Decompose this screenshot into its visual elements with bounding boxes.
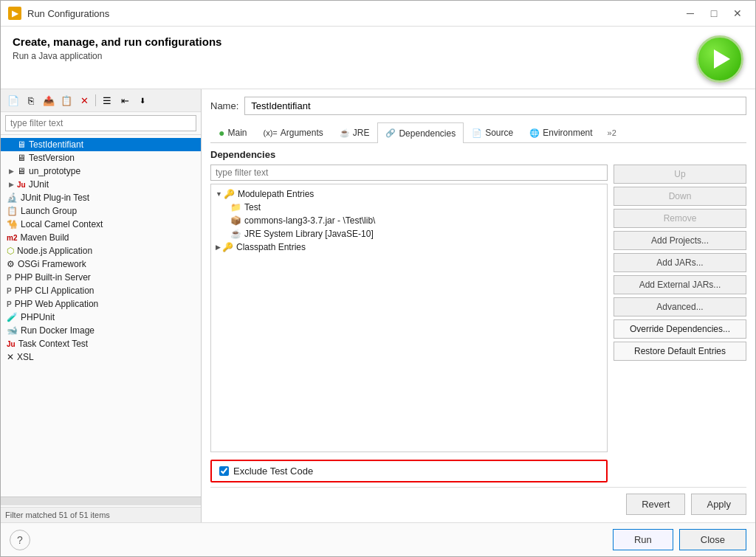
tree-item-icon: P <box>7 300 12 308</box>
tree-item-php-server[interactable]: P PHP Built-in Server <box>1 271 201 284</box>
modulepath-icon: 🔑 <box>224 189 235 199</box>
tab-more-button[interactable]: »2 <box>601 122 623 142</box>
name-label: Name: <box>210 100 238 111</box>
tree-item-launch-group[interactable]: 📋 Launch Group <box>1 204 201 218</box>
tree-item-icon: m2 <box>7 234 17 242</box>
push-button[interactable]: 📤 <box>41 92 57 108</box>
apply-button[interactable]: Apply <box>691 494 746 515</box>
tree-item-icon: 🐋 <box>7 325 18 336</box>
tree-item-junit[interactable]: ▶ Ju JUnit <box>1 178 201 191</box>
duplicate-button[interactable]: ⎘ <box>23 92 39 108</box>
tree-item-xsl[interactable]: ✕ XSL <box>1 350 201 364</box>
tree-item-testversion[interactable]: 🖥 TestVersion <box>1 151 201 165</box>
exclude-test-code-row: Exclude Test Code <box>210 460 608 482</box>
left-toolbar: 📄 ⎘ 📤 📋 ✕ ☰ ⇤ ⬇ <box>1 89 201 112</box>
tab-more-label: »2 <box>608 128 616 137</box>
collapse-button[interactable]: ⇤ <box>117 92 133 108</box>
name-input[interactable] <box>244 97 746 115</box>
expand-icon: ▶ <box>7 167 16 176</box>
jre-sys-label: JRE System Library [JavaSE-10] <box>244 229 374 239</box>
tree-item-label: TestVersion <box>29 153 75 163</box>
tree-item-junit-plugin[interactable]: 🔬 JUnit Plug-in Test <box>1 191 201 204</box>
tab-source[interactable]: 📄 Source <box>464 122 521 142</box>
exclude-test-code-label: Exclude Test Code <box>233 466 313 477</box>
minimize-button[interactable]: ─ <box>680 5 701 21</box>
tree-item-icon: Ju <box>7 340 16 348</box>
filter-input-wrap <box>1 112 201 135</box>
tree-item-un-prototype[interactable]: ▶ 🖥 un_prototype <box>1 165 201 178</box>
jre-tab-icon: ☕ <box>340 128 350 138</box>
deps-tree-classpath[interactable]: ▶ 🔑 Classpath Entries <box>214 241 604 254</box>
dependencies-header: Dependencies <box>210 149 746 160</box>
tree-item-docker[interactable]: 🐋 Run Docker Image <box>1 324 201 337</box>
tree-item-icon: 🔬 <box>7 193 18 203</box>
tab-jre-label: JRE <box>353 128 370 138</box>
deps-tree-test[interactable]: 📁 Test <box>214 201 604 214</box>
filter-button[interactable]: ☰ <box>99 92 115 108</box>
filter-input[interactable] <box>5 115 196 131</box>
tree-item-osgi[interactable]: ⚙ OSGi Framework <box>1 257 201 271</box>
left-panel: 📄 ⎘ 📤 📋 ✕ ☰ ⇤ ⬇ 🖥 TestIdentifiant <box>1 89 202 522</box>
add-jars-button[interactable]: Add JARs... <box>614 253 746 272</box>
up-button[interactable]: Up <box>614 165 746 184</box>
title-bar-left: ▶ Run Configurations <box>8 7 109 20</box>
override-deps-button[interactable]: Override Dependencies... <box>614 319 746 339</box>
filter-status: Filter matched 51 of 51 items <box>1 507 201 522</box>
deps-tree-modulepath[interactable]: ▼ 🔑 Modulepath Entries <box>214 187 604 201</box>
test-icon: 📁 <box>230 202 241 212</box>
tree-item-icon: Ju <box>17 181 26 189</box>
tree-item-label: OSGi Framework <box>18 259 86 269</box>
tab-main[interactable]: ● Main <box>210 122 255 142</box>
tab-source-label: Source <box>485 128 513 138</box>
commons-icon: 📦 <box>230 215 241 226</box>
down-button[interactable]: Down <box>614 187 746 206</box>
tree-item-local-camel[interactable]: 🐪 Local Camel Context <box>1 218 201 231</box>
tree-item-label: PHP Web Application <box>15 299 99 309</box>
tree-item-icon: P <box>7 274 12 282</box>
test-label: Test <box>244 202 261 212</box>
tab-environment[interactable]: 🌐 Environment <box>521 122 600 142</box>
add-external-jars-button[interactable]: Add External JARs... <box>614 275 746 294</box>
tab-arguments[interactable]: (x)= Arguments <box>255 122 331 142</box>
deps-tree-commons-lang[interactable]: 📦 commons-lang3-3.7.jar - \Test\lib\ <box>214 214 604 227</box>
close-window-button[interactable]: ✕ <box>727 5 748 21</box>
exclude-test-code-checkbox[interactable] <box>219 466 229 476</box>
tree-item-maven[interactable]: m2 Maven Build <box>1 231 201 244</box>
modulepath-expand-icon: ▼ <box>216 190 222 198</box>
tree-item-php-web[interactable]: P PHP Web Application <box>1 297 201 311</box>
horizontal-scrollbar[interactable] <box>1 497 201 505</box>
delete-button[interactable]: ✕ <box>76 92 92 108</box>
deps-tree-jre[interactable]: ☕ JRE System Library [JavaSE-10] <box>214 227 604 241</box>
tree-item-phpunit[interactable]: 🧪 PHPUnit <box>1 311 201 324</box>
tree-item-label: PHP Built-in Server <box>15 272 91 283</box>
deps-filter-input[interactable] <box>210 165 608 181</box>
help-button[interactable]: ? <box>10 530 30 550</box>
advanced-button[interactable]: Advanced... <box>614 297 746 316</box>
big-run-button[interactable] <box>696 35 743 83</box>
tree-item-label: Maven Build <box>20 232 69 243</box>
expand-icon <box>7 140 16 149</box>
restore-default-button[interactable]: Restore Default Entries <box>614 342 746 361</box>
expand-dropdown-button[interactable]: ⬇ <box>134 92 151 108</box>
dependencies-body: ▼ 🔑 Modulepath Entries 📁 Test <box>210 165 746 482</box>
run-button[interactable]: Run <box>613 529 673 550</box>
tree-item-php-cli[interactable]: P PHP CLI Application <box>1 284 201 297</box>
app-icon: ▶ <box>8 7 21 20</box>
tab-main-label: Main <box>227 128 247 138</box>
new-config-button[interactable]: 📄 <box>5 92 21 108</box>
add-projects-button[interactable]: Add Projects... <box>614 231 746 250</box>
tree-item-testidentifiant[interactable]: 🖥 TestIdentifiant <box>1 138 201 151</box>
remove-button[interactable]: Remove <box>614 209 746 228</box>
tree-item-icon: 🖥 <box>17 166 26 176</box>
tree-item-task-context[interactable]: Ju Task Context Test <box>1 337 201 350</box>
maximize-button[interactable]: □ <box>704 5 724 21</box>
tab-dependencies[interactable]: 🔗 Dependencies <box>377 122 464 143</box>
revert-button[interactable]: Revert <box>626 494 685 515</box>
close-button[interactable]: Close <box>679 529 746 550</box>
tree-item-label: JUnit Plug-in Test <box>21 193 89 203</box>
copy-button[interactable]: 📋 <box>58 92 75 108</box>
tree-item-nodejs[interactable]: ⬡ Node.js Application <box>1 244 201 257</box>
tab-jre[interactable]: ☕ JRE <box>331 122 378 142</box>
tree-area: 🖥 TestIdentifiant 🖥 TestVersion ▶ 🖥 un_p… <box>1 135 201 497</box>
tree-item-icon: 🧪 <box>7 312 18 322</box>
